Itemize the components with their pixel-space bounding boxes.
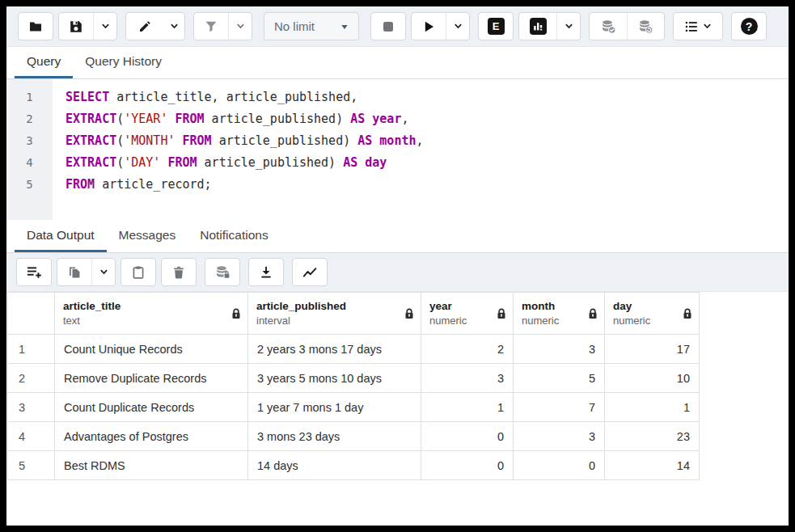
chart-button[interactable] [292, 258, 328, 286]
query-tabbar: Query Query History [6, 47, 789, 79]
cell-article_title[interactable]: Advantages of Postgres [55, 422, 248, 451]
commit-button[interactable] [590, 13, 627, 40]
copy-button[interactable] [57, 259, 91, 285]
cell-month[interactable]: 5 [514, 364, 605, 393]
edit-menu-button[interactable] [163, 13, 184, 40]
trash-icon [171, 265, 186, 280]
row-number[interactable]: 4 [8, 422, 55, 451]
cell-day[interactable]: 10 [605, 364, 700, 393]
lock-icon [231, 308, 241, 319]
filter-button[interactable] [194, 13, 228, 40]
explain-button[interactable]: E [478, 12, 514, 40]
list-menu-icon [685, 20, 699, 33]
cell-article_title[interactable]: Best RDMS [55, 451, 248, 480]
execute-menu-button[interactable] [446, 13, 469, 40]
code-token: year [372, 112, 401, 126]
cell-day[interactable]: 17 [605, 335, 700, 364]
rollback-button[interactable] [627, 13, 664, 40]
copy-icon [67, 265, 82, 280]
code-token: AS [357, 133, 372, 148]
cell-article_title[interactable]: Remove Duplicate Records [55, 364, 248, 393]
explain-e-badge: E [488, 18, 505, 35]
cell-month[interactable]: 7 [514, 393, 605, 422]
column-header-year[interactable]: yearnumeric [421, 293, 514, 335]
copy-menu-button[interactable] [91, 259, 115, 285]
code-token: EXTRACT [66, 155, 116, 170]
code-lines[interactable]: SELECT article_title, article_published,… [53, 79, 789, 220]
row-number-header[interactable] [8, 293, 55, 335]
edit-button[interactable] [126, 13, 163, 40]
table-row: 5Best RDMS14 days0014 [8, 451, 700, 480]
download-button[interactable] [248, 258, 284, 286]
code-line[interactable]: SELECT article_title, article_published, [66, 87, 789, 108]
tab-data-output[interactable]: Data Output [15, 220, 107, 252]
stop-button[interactable] [370, 12, 406, 40]
cell-month[interactable]: 3 [514, 335, 605, 364]
cell-year[interactable]: 1 [421, 393, 514, 422]
cell-article_published[interactable]: 2 years 3 mons 17 days [248, 335, 421, 364]
folder-icon [28, 19, 43, 34]
cell-year[interactable]: 0 [421, 422, 514, 451]
cell-year[interactable]: 3 [421, 364, 514, 393]
chevron-down-icon [454, 22, 463, 31]
stop-square-icon [381, 19, 395, 34]
column-header-day[interactable]: daynumeric [605, 293, 700, 335]
execute-button[interactable] [412, 13, 446, 40]
database-rollback-icon [638, 19, 653, 34]
cell-article_published[interactable]: 3 mons 23 days [248, 422, 421, 451]
cell-article_title[interactable]: Count Duplicate Records [55, 393, 248, 422]
delete-row-button[interactable] [161, 258, 197, 286]
tab-query[interactable]: Query [15, 47, 73, 78]
paste-row-button[interactable] [121, 258, 156, 286]
column-header-month[interactable]: monthnumeric [514, 293, 605, 335]
cell-day[interactable]: 14 [605, 451, 700, 480]
cell-article_published[interactable]: 14 days [248, 451, 421, 480]
cell-article_published[interactable]: 1 year 7 mons 1 day [248, 393, 421, 422]
column-type: numeric [522, 314, 559, 327]
cell-month[interactable]: 0 [514, 451, 605, 480]
cell-article_title[interactable]: Count Unique Records [55, 335, 248, 364]
open-file-button[interactable] [18, 12, 53, 40]
tab-messages[interactable]: Messages [107, 220, 188, 252]
column-name: month [522, 299, 559, 314]
cell-day[interactable]: 1 [605, 393, 700, 422]
row-number[interactable]: 5 [8, 451, 55, 480]
code-token: article_title, article_published, [109, 90, 357, 104]
code-line[interactable]: FROM article_record; [66, 174, 789, 196]
cell-year[interactable]: 0 [421, 451, 514, 480]
chevron-down-icon [703, 22, 712, 31]
code-line[interactable]: EXTRACT('MONTH' FROM article_published) … [66, 130, 789, 152]
output-tabbar: Data Output Messages Notifications [6, 220, 789, 253]
save-button[interactable] [59, 13, 93, 40]
explain-analyze-button[interactable] [519, 13, 556, 40]
tab-query-history[interactable]: Query History [73, 47, 174, 78]
cell-day[interactable]: 23 [605, 422, 700, 451]
query-toolbar: No limit E [6, 6, 789, 47]
column-header-article_published[interactable]: article_publishedinterval [248, 293, 421, 335]
row-number[interactable]: 3 [8, 393, 55, 422]
filter-menu-button[interactable] [228, 13, 252, 40]
add-row-button[interactable] [16, 258, 52, 286]
table-row: 4Advantages of Postgres3 mons 23 days032… [8, 422, 700, 451]
row-number[interactable]: 2 [8, 364, 55, 393]
help-button[interactable]: ? [731, 12, 767, 40]
code-line[interactable]: EXTRACT('DAY' FROM article_published) AS… [66, 152, 789, 174]
explain-menu-button[interactable] [556, 13, 580, 40]
cell-month[interactable]: 3 [514, 422, 605, 451]
cell-article_published[interactable]: 3 years 5 mons 10 days [248, 364, 421, 393]
row-limit-select[interactable]: No limit [264, 12, 359, 40]
cell-year[interactable]: 2 [421, 335, 514, 364]
row-number[interactable]: 1 [8, 335, 55, 364]
tab-notifications[interactable]: Notifications [188, 220, 280, 252]
code-token: ( [116, 133, 124, 148]
macros-button[interactable] [673, 12, 723, 40]
explain-analyze-group [518, 12, 581, 40]
sql-editor[interactable]: 12345 SELECT article_title, article_publ… [6, 79, 789, 220]
table-header-row: article_titletext article_publishedinter… [8, 293, 700, 335]
code-line[interactable]: EXTRACT('YEAR' FROM article_published) A… [66, 108, 789, 130]
chevron-down-icon [170, 22, 179, 31]
save-menu-button[interactable] [93, 13, 116, 40]
column-header-article_title[interactable]: article_titletext [55, 293, 248, 335]
save-data-changes-button[interactable] [205, 258, 240, 286]
line-number: 2 [6, 108, 53, 130]
